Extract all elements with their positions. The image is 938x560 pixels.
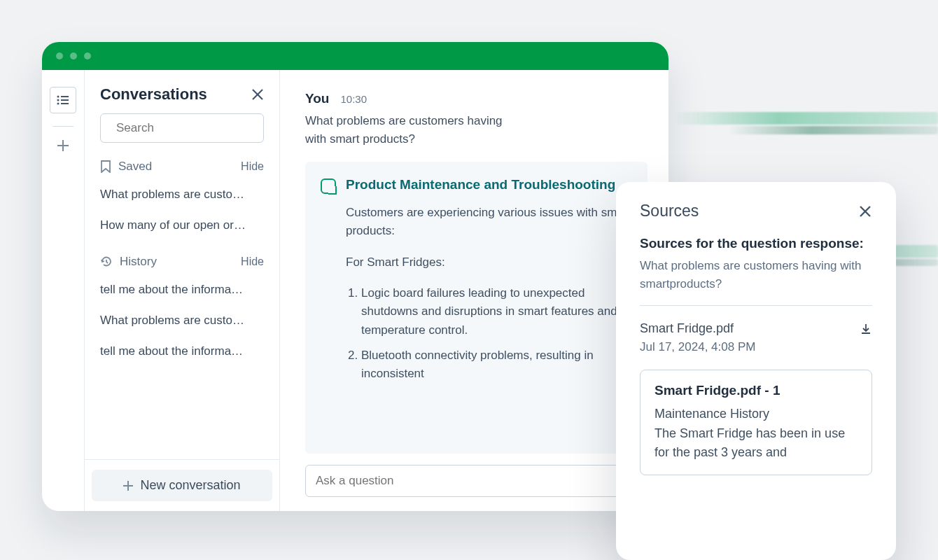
- svg-point-0: [57, 96, 59, 98]
- history-conversation-item[interactable]: What problems are custo…: [85, 305, 279, 336]
- search-input-wrapper[interactable]: [100, 113, 264, 143]
- assistant-intro: Customers are experiencing various issue…: [346, 204, 632, 241]
- history-icon: [100, 255, 113, 268]
- conversations-sidebar: Conversations: [84, 70, 280, 511]
- sources-heading: Sources for the question response:: [640, 236, 872, 251]
- search-input[interactable]: [116, 121, 265, 135]
- app-window: Conversations: [42, 42, 668, 511]
- divider: [640, 305, 872, 306]
- source-file-name[interactable]: Smart Fridge.pdf: [640, 321, 734, 336]
- close-icon: [858, 204, 872, 218]
- svg-rect-13: [123, 485, 133, 486]
- nav-rail: [42, 70, 84, 511]
- source-card-title: Smart Fridge.pdf - 1: [654, 383, 858, 398]
- list-view-button[interactable]: [50, 87, 76, 113]
- download-icon: [860, 323, 872, 335]
- svg-rect-7: [57, 145, 69, 146]
- bookmark-icon: [100, 160, 111, 173]
- add-button[interactable]: [57, 139, 69, 152]
- svg-point-2: [57, 99, 59, 102]
- svg-rect-5: [61, 103, 69, 104]
- assistant-point: Logic board failures leading to unexpect…: [361, 284, 632, 340]
- history-section-header: History Hide: [85, 248, 279, 274]
- plus-icon: [123, 481, 133, 491]
- list-icon: [57, 95, 69, 105]
- chat-main: You 10:30 What problems are customers ha…: [280, 70, 668, 511]
- window-dot-icon: [84, 52, 91, 59]
- source-file-date: Jul 17, 2024, 4:08 PM: [640, 340, 872, 354]
- close-sidebar-button[interactable]: [251, 88, 264, 101]
- source-snippet-card[interactable]: Smart Fridge.pdf - 1 Maintenance History…: [640, 370, 872, 475]
- plus-icon: [57, 139, 69, 152]
- close-icon: [251, 88, 264, 101]
- saved-conversation-item[interactable]: What problems are custo…: [85, 179, 279, 210]
- ask-input-wrapper[interactable]: [305, 465, 648, 497]
- source-card-subtitle: Maintenance History: [654, 407, 858, 421]
- assistant-title: Product Maintenance and Troubleshooting: [346, 176, 615, 194]
- user-label: You: [305, 91, 329, 106]
- saved-label: Saved: [118, 160, 152, 174]
- window-titlebar: [42, 42, 668, 70]
- assistant-icon: [321, 178, 336, 194]
- svg-rect-3: [61, 99, 69, 101]
- source-card-body: The Smart Fridge has been in use for the…: [654, 424, 858, 462]
- assistant-section-label: For Smart Fridges:: [346, 253, 632, 272]
- history-label: History: [120, 255, 157, 269]
- user-message-text: What problems are customers having with …: [305, 112, 515, 148]
- sources-panel: Sources Sources for the question respons…: [616, 182, 896, 560]
- saved-conversation-item[interactable]: How many of our open or…: [85, 210, 279, 241]
- download-button[interactable]: [860, 323, 872, 335]
- sources-question: What problems are customers having with …: [640, 257, 872, 293]
- sources-panel-title: Sources: [640, 202, 699, 220]
- close-sources-button[interactable]: [858, 204, 872, 218]
- history-conversation-item[interactable]: tell me about the informa…: [85, 274, 279, 305]
- new-conversation-button[interactable]: New conversation: [92, 470, 272, 501]
- assistant-point: Bluetooth connectivity problems, resulti…: [361, 346, 632, 384]
- svg-rect-1: [61, 96, 69, 97]
- rail-divider: [52, 126, 74, 127]
- hide-history-link[interactable]: Hide: [241, 255, 264, 268]
- new-conversation-label: New conversation: [140, 478, 240, 493]
- window-dot-icon: [70, 52, 77, 59]
- svg-point-4: [57, 103, 59, 105]
- sidebar-title: Conversations: [100, 85, 207, 104]
- message-timestamp: 10:30: [340, 93, 367, 105]
- hide-saved-link[interactable]: Hide: [241, 160, 264, 173]
- assistant-response: Product Maintenance and Troubleshooting …: [305, 162, 648, 454]
- ask-input[interactable]: [316, 474, 623, 488]
- saved-section-header: Saved Hide: [85, 153, 279, 179]
- history-conversation-item[interactable]: tell me about the informa…: [85, 336, 279, 367]
- user-message: You 10:30 What problems are customers ha…: [305, 91, 648, 148]
- window-dot-icon: [56, 52, 63, 59]
